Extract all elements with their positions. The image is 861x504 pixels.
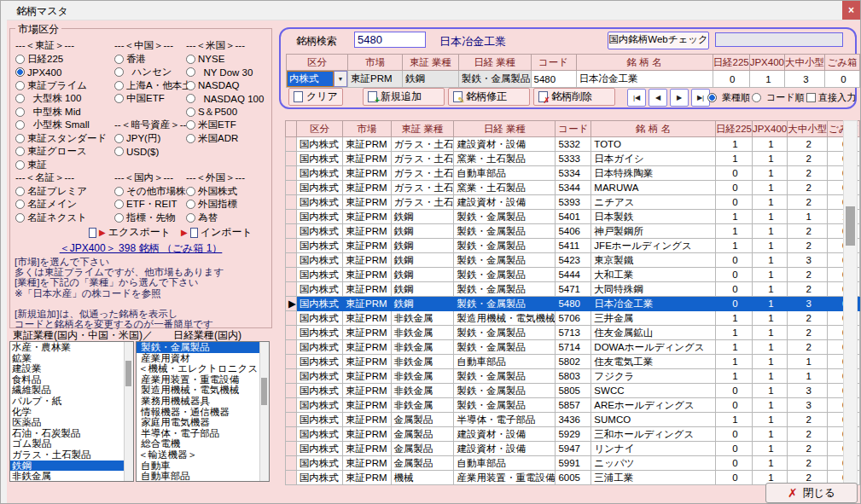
direct-input-checkbox[interactable]: 直接入力 [806, 91, 856, 104]
radio-option[interactable]: 米国ETF [186, 119, 270, 132]
column-header[interactable]: 東証 業種 [403, 55, 459, 71]
radio-option[interactable]: 名証メイン [15, 198, 118, 211]
tse-scrollbar-thumb[interactable] [125, 361, 131, 386]
radio-option[interactable]: 東証プライム [15, 79, 118, 93]
radio-option[interactable]: その他市場株 [114, 185, 193, 199]
column-header[interactable]: JPX400 [752, 121, 787, 137]
table-row[interactable]: 国内株式東証PRMガラス・土石窯業・土石製品5344MARUWA0120 [286, 181, 860, 195]
table-row[interactable]: 国内株式東証PRMガラス・土石窯業・土石製品5333日本ガイシ1120 [286, 152, 860, 166]
radio-option[interactable]: 指標・先物 [114, 211, 193, 225]
add-symbol-button[interactable]: + 新規追加 [363, 88, 445, 106]
list-item[interactable]: ガラス・土石製品 [10, 449, 133, 461]
radio-option[interactable]: ハンセン [114, 66, 193, 79]
list-item[interactable]: パルプ・紙 [10, 396, 133, 407]
table-row[interactable]: 国内株式東証PRM金属製品建設資材・設備5947リンナイ0120 [286, 442, 860, 456]
list-item[interactable]: 繊維製品 [10, 385, 133, 396]
radio-option[interactable]: 東証 [15, 159, 118, 172]
table-scrollbar-thumb[interactable] [846, 206, 855, 246]
nikkei-list-scrollbar[interactable] [259, 342, 269, 481]
list-item[interactable]: 製鉄・金属製品 [137, 342, 269, 353]
table-row[interactable]: 国内株式東証PRMガラス・土石建設資材・設備5393ニチアス0120 [286, 195, 860, 210]
table-row[interactable]: 国内株式東証PRM非鉄金属製鉄・金属製品5805SWCC0130 [286, 384, 860, 398]
list-item[interactable]: ゴム製品 [10, 438, 133, 449]
radio-option[interactable]: 大型株 100 [15, 92, 118, 106]
radio-option[interactable]: S＆P500 [186, 106, 270, 119]
radio-option[interactable]: JPY(円) [114, 132, 193, 146]
column-header[interactable]: 大中小型 [788, 121, 828, 137]
table-row[interactable]: 国内株式東証PRM非鉄金属自動車部品5802住友電気工業1110 [286, 355, 860, 369]
list-item[interactable]: 業務用機械器具 [137, 396, 269, 407]
table-row[interactable]: 国内株式東証PRM鉄鋼製鉄・金属製品5444大和工業0120 [286, 268, 860, 282]
table-row[interactable]: 国内株式東証PRM鉄鋼製鉄・金属製品5411JFEホールディングス1120 [286, 239, 860, 253]
list-item[interactable]: 石油・石炭製品 [10, 428, 133, 439]
list-item[interactable]: ＜機械・エレクトロニクス＞ [137, 363, 269, 374]
column-header[interactable]: 大中小型 [784, 55, 824, 71]
table-row[interactable]: 国内株式東証PRM金属製品建設資材・設備5929三和ホールディングス0120 [286, 427, 860, 442]
table-row[interactable]: 国内株式東証PRM金属製品自動車部品5991ニッパツ0120 [286, 456, 860, 471]
column-header[interactable]: JPX400 [749, 55, 784, 71]
table-row[interactable]: 国内株式東証PRM非鉄金属製鉄・金属製品5857AREホールディングス0130 [286, 398, 860, 413]
list-item[interactable]: 食料品 [10, 374, 133, 385]
delete-symbol-button[interactable]: ✗ 銘柄削除 [533, 88, 615, 106]
column-header[interactable]: 日経225 [713, 55, 749, 71]
nikkei-scrollbar-thumb[interactable] [261, 378, 267, 405]
list-item[interactable]: 医薬品 [10, 417, 133, 428]
category-combobox[interactable]: 内株式▼ [287, 71, 348, 88]
table-row[interactable]: 国内株式東証PRM鉄鋼製鉄・金属製品5401日本製鉄1111 [286, 210, 860, 224]
radio-option[interactable]: NYSE [186, 53, 270, 67]
list-item[interactable]: 自動車部品 [137, 471, 269, 482]
table-row[interactable]: 国内株式東証PRM非鉄金属製鉄・金属製品5713住友金属鉱山1120 [286, 326, 860, 340]
radio-option[interactable]: 中国ETF [114, 92, 193, 106]
list-item[interactable]: 産業用装置・重電設備 [137, 374, 269, 385]
list-item[interactable]: 鉄鋼 [10, 461, 133, 472]
table-row[interactable]: 国内株式東証PRM非鉄金属製鉄・金属製品5803フジクラ1110 [286, 369, 860, 384]
tse-industry-list[interactable]: 水産・農林業鉱業建設業食料品繊維製品パルプ・紙化学医薬品石油・石炭製品ゴム製品ガ… [9, 341, 134, 482]
radio-option[interactable]: NASDAQ [186, 79, 270, 93]
web-check-button[interactable]: 国内銘柄Webチェック [608, 32, 709, 49]
radio-option[interactable]: NASDAQ 100 [186, 92, 270, 106]
radio-option[interactable]: USD($) [114, 145, 193, 159]
list-item[interactable]: 非鉄金属 [10, 471, 133, 482]
list-item[interactable]: 建設業 [10, 363, 133, 374]
close-button[interactable]: ✗ 閉じる [765, 483, 858, 503]
web-check-field[interactable] [715, 32, 843, 47]
table-row[interactable]: 国内株式東証PRM非鉄金属製造用機械・電気機械5706三井金属1120 [286, 311, 860, 326]
window-close-button[interactable]: × [842, 1, 860, 20]
radio-option[interactable]: 外国株式 [186, 185, 270, 199]
modify-symbol-button[interactable]: ✎ 銘柄修正 [448, 88, 530, 106]
list-item[interactable]: 産業用資材 [137, 353, 269, 364]
column-header[interactable]: 日経225 [715, 121, 752, 137]
list-item[interactable]: 水産・農林業 [10, 342, 133, 353]
nav-button[interactable]: ▶ [670, 89, 689, 107]
radio-option[interactable]: 日経225 [15, 53, 118, 67]
edit-name-cell[interactable]: 日本冶金工業 [576, 71, 713, 88]
table-row[interactable]: 国内株式東証PRM非鉄金属製鉄・金属製品5714DOWAホールディングス1120 [286, 340, 860, 355]
list-item[interactable]: 自動車 [137, 461, 269, 472]
nav-button[interactable]: ◀ [649, 89, 667, 107]
radio-option[interactable]: 中型株 Mid [15, 106, 118, 119]
radio-option[interactable]: 名証プレミア [15, 185, 118, 199]
list-item[interactable]: 総合電機 [137, 438, 269, 449]
nikkei-industry-list[interactable]: 製鉄・金属製品 産業用資材＜機械・エレクトロニクス＞ 産業用装置・重電設備 製造… [136, 341, 270, 482]
column-header[interactable]: 市場 [343, 121, 392, 137]
edit-nikkei-cell[interactable]: 製鉄・金属製品 [459, 71, 532, 88]
search-input[interactable] [354, 32, 426, 48]
column-header[interactable]: 日経 業種 [459, 55, 532, 71]
table-row[interactable]: 国内株式東証PRM鉄鋼製鉄・金属製品5471大同特殊鋼0120 [286, 282, 860, 297]
table-row[interactable]: 国内株式東証PRM金属製品半導体・電子部品3436SUMCO1120 [286, 413, 860, 427]
radio-option[interactable]: 東証グロース [15, 145, 118, 159]
chevron-down-icon[interactable]: ▼ [334, 71, 347, 87]
column-header[interactable]: 銘 柄 名 [576, 55, 713, 71]
column-header[interactable]: 市場 [348, 55, 403, 71]
table-row[interactable]: 国内株式東証PRM鉄鋼製鉄・金属製品5406神戸製鋼所1120 [286, 224, 860, 239]
table-scrollbar[interactable] [843, 120, 858, 488]
column-header[interactable]: ごみ箱 [824, 55, 859, 71]
radio-option[interactable]: 為替 [186, 211, 270, 225]
column-header[interactable]: 東証 業種 [391, 121, 454, 137]
list-item[interactable]: 鉱業 [10, 353, 133, 364]
column-header[interactable]: 日経 業種 [454, 121, 556, 137]
clear-button[interactable]: クリア [288, 88, 343, 106]
radio-option[interactable]: NY Dow 30 [186, 66, 270, 79]
column-header[interactable]: 区分 [296, 121, 342, 137]
import-button[interactable]: ▶インポート [181, 225, 253, 240]
